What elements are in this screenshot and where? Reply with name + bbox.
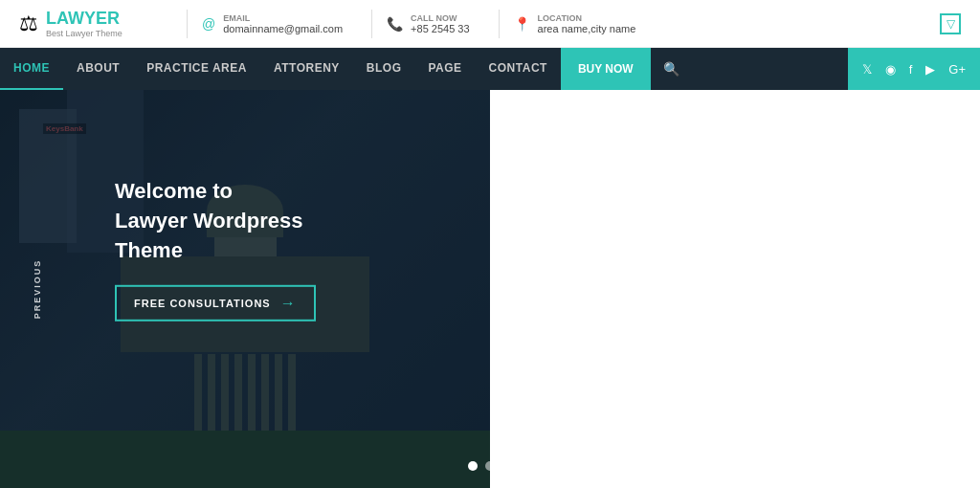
email-contact: @ EMAIL domainname@gmail.com (202, 13, 343, 34)
instagram-icon[interactable]: ◉ (885, 62, 896, 77)
cta-label: FREE CONSULTATIONS (134, 298, 271, 309)
nav-links: HOME ABOUT PRACTICE AREA ATTORENY BLOG P… (0, 48, 561, 90)
hero-section: KeysBank (0, 90, 980, 488)
dot-1[interactable] (468, 461, 478, 471)
slider-dots (468, 461, 512, 471)
email-value: domainname@gmail.com (223, 23, 343, 34)
divider-1 (187, 10, 188, 38)
call-contact: 📞 CALL NOW +85 2545 33 (387, 13, 469, 34)
nav-bar: HOME ABOUT PRACTICE AREA ATTORENY BLOG P… (0, 48, 980, 90)
nav-item-contact[interactable]: CONTACT (476, 48, 561, 90)
top-bar: ⚖ LAWYER Best Lawyer Theme @ EMAIL domai… (0, 0, 980, 48)
location-value: area name,city name (538, 23, 636, 34)
location-contact: 📍 LOCATION area name,city name (514, 13, 636, 34)
nav-item-page[interactable]: PAGE (414, 48, 475, 90)
twitter-icon[interactable]: 𝕏 (862, 62, 872, 77)
divider-3 (499, 10, 500, 38)
logo-name: LAWYER (46, 9, 122, 29)
free-consultations-button[interactable]: FREE CONSULTATIONS → (115, 285, 316, 322)
nav-item-attoreny[interactable]: ATTORENY (260, 48, 353, 90)
dot-2[interactable] (485, 461, 495, 471)
previous-label[interactable]: PREVIOUS (33, 259, 42, 320)
social-bar: 𝕏 ◉ f ▶ G+ (848, 48, 980, 90)
nav-item-about[interactable]: ABOUT (63, 48, 133, 90)
googleplus-icon[interactable]: G+ (948, 62, 966, 77)
location-icon: 📍 (514, 16, 530, 32)
location-label: LOCATION (538, 13, 636, 23)
divider-2 (371, 10, 372, 38)
youtube-icon[interactable]: ▶ (925, 62, 935, 77)
next-label[interactable]: NEXT (952, 274, 962, 304)
nav-item-blog[interactable]: BLOG (353, 48, 415, 90)
logo-subtitle: Best Lawyer Theme (46, 29, 122, 38)
nav-item-home[interactable]: HOME (0, 48, 63, 90)
hero-title: Welcome to Lawyer Wordpress Theme (115, 177, 316, 265)
search-icon: 🔍 (663, 61, 679, 77)
corner-button[interactable]: ▽ (940, 13, 961, 34)
logo-icon: ⚖ (19, 11, 38, 36)
buy-now-button[interactable]: BUY NOW (561, 48, 651, 90)
hero-content: Welcome to Lawyer Wordpress Theme FREE C… (115, 177, 316, 321)
facebook-icon[interactable]: f (909, 62, 913, 77)
phone-icon: 📞 (387, 16, 403, 32)
call-value: +85 2545 33 (411, 23, 469, 34)
logo-text: LAWYER Best Lawyer Theme (46, 9, 122, 38)
call-label: CALL NOW (411, 13, 469, 23)
email-label: EMAIL (223, 13, 343, 23)
dot-3[interactable] (502, 461, 512, 471)
arrow-icon: → (280, 295, 297, 312)
logo[interactable]: ⚖ LAWYER Best Lawyer Theme (19, 9, 172, 38)
search-button[interactable]: 🔍 (651, 48, 693, 90)
email-icon: @ (202, 16, 215, 32)
nav-item-practice[interactable]: PRACTICE AREA (133, 48, 260, 90)
